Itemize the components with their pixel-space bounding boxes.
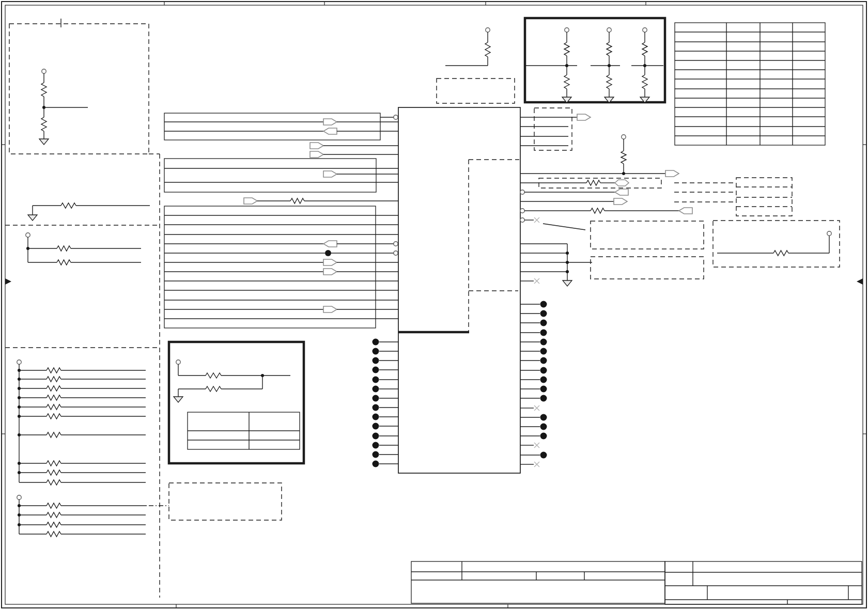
resistor-symbol (586, 180, 600, 185)
resistor-array-1 (17, 360, 146, 485)
net-flag-right-icon (577, 114, 591, 120)
junction-dot (373, 386, 379, 393)
net-flag-left-icon (679, 208, 692, 214)
loose-flag-wires (310, 143, 398, 158)
dashed-region-outline (534, 108, 572, 150)
terminal-circle-icon (394, 251, 398, 255)
net-flag-left-icon (323, 128, 337, 134)
resistor-symbol (607, 75, 612, 89)
no-connect-x-icon (534, 217, 539, 223)
resistor-symbol (47, 368, 61, 373)
junction-dot (540, 395, 547, 402)
terminal-circle-icon (607, 28, 611, 32)
terminal-circle-icon (394, 115, 398, 119)
junction-dot (540, 377, 547, 383)
net-flag-right-icon (614, 198, 627, 205)
resistor-symbol (564, 42, 569, 56)
junction-dot (540, 339, 547, 346)
left-resistor-pair (26, 233, 141, 265)
junction-dot (540, 386, 547, 393)
frame-outer (2, 2, 866, 608)
terminal-circle-icon (643, 28, 647, 32)
frame-inner (5, 5, 863, 604)
junction-dot (540, 310, 547, 317)
junction-dot (373, 348, 379, 355)
resistor-symbol (47, 377, 61, 382)
bold-callout-box-lower (169, 342, 304, 463)
terminal-circle-icon (622, 135, 626, 139)
junction-dot (373, 367, 379, 373)
junction-dot (373, 442, 379, 449)
resistor-symbol (47, 512, 61, 518)
center-arrow-icon (857, 278, 863, 285)
resistor-array-2 (17, 483, 282, 537)
pin-group-box-c (164, 206, 398, 328)
schematic-page (0, 0, 868, 610)
bold-callout-box-upper (525, 18, 665, 103)
top-free-resistor (445, 28, 490, 66)
net-flag-right-icon (244, 198, 257, 204)
terminal-circle-icon (486, 28, 490, 32)
junction-dot (540, 320, 547, 326)
resistor-symbol (206, 386, 221, 392)
table-outline (665, 561, 862, 604)
ground-symbol-icon (39, 139, 49, 145)
net-flag-right-icon (310, 143, 323, 149)
resistor-symbol (47, 432, 61, 437)
junction-dot (540, 433, 547, 440)
junction-dot (540, 330, 547, 336)
net-flag-right-icon (323, 119, 337, 125)
junction-dot (373, 433, 379, 440)
dashed-region-outline (591, 221, 704, 249)
leader-line (543, 224, 585, 230)
resistor-symbol (564, 75, 569, 89)
terminal-circle-icon (827, 231, 831, 236)
dashed-region-outline (9, 24, 149, 154)
junction-dot (540, 348, 547, 355)
net-flag-bidir-icon (615, 180, 629, 186)
no-connect-x-icon (534, 405, 539, 411)
resistor-symbol (621, 151, 626, 164)
terminal-circle-icon (520, 209, 524, 213)
resistor-symbol (47, 503, 61, 508)
net-flag-left-icon (615, 189, 628, 195)
pin-group-box-a (164, 113, 398, 140)
terminal-circle-icon (17, 360, 21, 364)
resistor-symbol (47, 522, 61, 527)
resistor-symbol (290, 198, 304, 204)
resistor-symbol (47, 395, 61, 400)
net-flag-right-icon (323, 306, 337, 312)
junction-dot (540, 301, 547, 308)
resistor-symbol (57, 246, 71, 251)
dashed-region-outline (169, 483, 282, 520)
resistor-symbol (47, 386, 61, 391)
main-ic (398, 107, 520, 473)
resistor-symbol (41, 117, 47, 131)
net-flag-right-icon (323, 269, 337, 275)
resistor-symbol (642, 75, 647, 89)
junction-dot (540, 424, 547, 430)
resistor-symbol (642, 42, 647, 56)
schematic-canvas (0, 0, 868, 610)
junction-dot (373, 461, 379, 467)
resistor-symbol (47, 480, 61, 485)
table-outline (411, 561, 665, 603)
ic-lower-left-pins (373, 339, 399, 467)
terminal-circle-icon (565, 28, 569, 32)
pin-table-top-right (675, 23, 825, 145)
junction-dot (373, 423, 379, 430)
series-resistor-pin-wire (244, 198, 398, 204)
left-grounded-resistor-net (28, 203, 150, 221)
ic-lower-right-pins (520, 301, 547, 467)
bold-callout-outline (169, 342, 304, 463)
junction-dot (373, 414, 379, 420)
center-arrow-icon (5, 278, 11, 285)
net-flag-right-icon (323, 171, 337, 177)
junction-dot (325, 250, 331, 256)
dashed-region-outline (437, 79, 515, 103)
resistor-symbol (57, 260, 71, 265)
ground-symbol-icon (28, 215, 37, 221)
title-block (411, 561, 862, 604)
resistor-symbol (47, 470, 61, 475)
dashed-region-outline (713, 221, 840, 267)
